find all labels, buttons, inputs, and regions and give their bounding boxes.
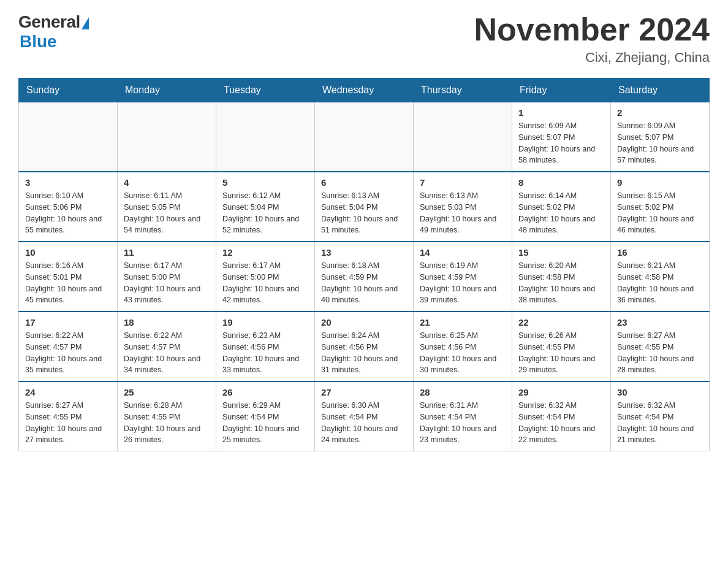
title-area: November 2024 Cixi, Zhejiang, China: [474, 12, 710, 66]
calendar-cell: 19Sunrise: 6:23 AMSunset: 4:56 PMDayligh…: [216, 312, 315, 381]
day-info: Sunrise: 6:26 AMSunset: 4:55 PMDaylight:…: [518, 330, 604, 376]
day-info: Sunrise: 6:17 AMSunset: 5:00 PMDaylight:…: [222, 260, 308, 306]
day-info: Sunrise: 6:13 AMSunset: 5:03 PMDaylight:…: [420, 190, 506, 236]
calendar-cell: 15Sunrise: 6:20 AMSunset: 4:58 PMDayligh…: [512, 242, 611, 312]
calendar-cell: 17Sunrise: 6:22 AMSunset: 4:57 PMDayligh…: [19, 312, 118, 381]
day-number: 17: [25, 317, 111, 327]
calendar-cell: [118, 102, 216, 172]
page-header: General Blue November 2024 Cixi, Zhejian…: [18, 12, 710, 66]
calendar-cell: 27Sunrise: 6:30 AMSunset: 4:54 PMDayligh…: [315, 381, 414, 451]
day-info: Sunrise: 6:27 AMSunset: 4:55 PMDaylight:…: [25, 400, 111, 446]
day-info: Sunrise: 6:12 AMSunset: 5:04 PMDaylight:…: [222, 190, 308, 236]
calendar-subtitle: Cixi, Zhejiang, China: [474, 50, 710, 66]
calendar-cell: 20Sunrise: 6:24 AMSunset: 4:56 PMDayligh…: [315, 312, 414, 381]
day-info: Sunrise: 6:28 AMSunset: 4:55 PMDaylight:…: [124, 400, 210, 446]
day-number: 21: [420, 317, 506, 327]
day-number: 28: [420, 387, 506, 397]
day-number: 8: [518, 177, 604, 188]
day-info: Sunrise: 6:31 AMSunset: 4:54 PMDaylight:…: [420, 400, 506, 446]
calendar-header: SundayMondayTuesdayWednesdayThursdayFrid…: [19, 79, 710, 102]
day-number: 12: [222, 247, 308, 258]
day-number: 27: [321, 387, 407, 397]
day-number: 10: [25, 247, 111, 258]
day-number: 3: [25, 177, 111, 188]
calendar-week-row: 24Sunrise: 6:27 AMSunset: 4:55 PMDayligh…: [19, 381, 710, 451]
day-info: Sunrise: 6:09 AMSunset: 5:07 PMDaylight:…: [518, 120, 604, 166]
weekday-header-saturday: Saturday: [611, 79, 710, 102]
calendar-cell: 25Sunrise: 6:28 AMSunset: 4:55 PMDayligh…: [118, 381, 216, 451]
day-number: 30: [617, 387, 703, 397]
calendar-cell: 5Sunrise: 6:12 AMSunset: 5:04 PMDaylight…: [216, 172, 315, 242]
logo: General Blue: [18, 12, 89, 52]
calendar-cell: 30Sunrise: 6:32 AMSunset: 4:54 PMDayligh…: [611, 381, 710, 451]
day-info: Sunrise: 6:27 AMSunset: 4:55 PMDaylight:…: [617, 330, 703, 376]
day-number: 1: [518, 107, 604, 118]
calendar-cell: 9Sunrise: 6:15 AMSunset: 5:02 PMDaylight…: [611, 172, 710, 242]
logo-blue-text: Blue: [20, 32, 57, 52]
day-info: Sunrise: 6:19 AMSunset: 4:59 PMDaylight:…: [420, 260, 506, 306]
calendar-cell: 3Sunrise: 6:10 AMSunset: 5:06 PMDaylight…: [19, 172, 118, 242]
day-number: 4: [124, 177, 210, 188]
day-number: 13: [321, 247, 407, 258]
calendar-cell: 10Sunrise: 6:16 AMSunset: 5:01 PMDayligh…: [19, 242, 118, 312]
day-info: Sunrise: 6:20 AMSunset: 4:58 PMDaylight:…: [518, 260, 604, 306]
day-info: Sunrise: 6:14 AMSunset: 5:02 PMDaylight:…: [518, 190, 604, 236]
weekday-header-row: SundayMondayTuesdayWednesdayThursdayFrid…: [19, 79, 710, 102]
day-info: Sunrise: 6:32 AMSunset: 4:54 PMDaylight:…: [617, 400, 703, 446]
calendar-week-row: 17Sunrise: 6:22 AMSunset: 4:57 PMDayligh…: [19, 312, 710, 381]
day-info: Sunrise: 6:22 AMSunset: 4:57 PMDaylight:…: [124, 330, 210, 376]
day-number: 23: [617, 317, 703, 327]
calendar-cell: [414, 102, 512, 172]
day-info: Sunrise: 6:11 AMSunset: 5:05 PMDaylight:…: [124, 190, 210, 236]
day-number: 6: [321, 177, 407, 188]
weekday-header-monday: Monday: [118, 79, 216, 102]
calendar-cell: 6Sunrise: 6:13 AMSunset: 5:04 PMDaylight…: [315, 172, 414, 242]
day-info: Sunrise: 6:09 AMSunset: 5:07 PMDaylight:…: [617, 120, 703, 166]
calendar-week-row: 3Sunrise: 6:10 AMSunset: 5:06 PMDaylight…: [19, 172, 710, 242]
day-info: Sunrise: 6:21 AMSunset: 4:58 PMDaylight:…: [617, 260, 703, 306]
calendar-cell: 26Sunrise: 6:29 AMSunset: 4:54 PMDayligh…: [216, 381, 315, 451]
calendar-cell: 16Sunrise: 6:21 AMSunset: 4:58 PMDayligh…: [611, 242, 710, 312]
day-number: 25: [124, 387, 210, 397]
weekday-header-sunday: Sunday: [19, 79, 118, 102]
calendar-cell: [19, 102, 118, 172]
day-info: Sunrise: 6:18 AMSunset: 4:59 PMDaylight:…: [321, 260, 407, 306]
calendar-cell: 18Sunrise: 6:22 AMSunset: 4:57 PMDayligh…: [118, 312, 216, 381]
weekday-header-wednesday: Wednesday: [315, 79, 414, 102]
day-info: Sunrise: 6:17 AMSunset: 5:00 PMDaylight:…: [124, 260, 210, 306]
day-info: Sunrise: 6:22 AMSunset: 4:57 PMDaylight:…: [25, 330, 111, 376]
day-info: Sunrise: 6:32 AMSunset: 4:54 PMDaylight:…: [518, 400, 604, 446]
day-number: 22: [518, 317, 604, 327]
calendar-cell: 21Sunrise: 6:25 AMSunset: 4:56 PMDayligh…: [414, 312, 512, 381]
day-number: 14: [420, 247, 506, 258]
day-number: 9: [617, 177, 703, 188]
day-info: Sunrise: 6:23 AMSunset: 4:56 PMDaylight:…: [222, 330, 308, 376]
day-number: 20: [321, 317, 407, 327]
calendar-cell: [315, 102, 414, 172]
day-number: 16: [617, 247, 703, 258]
calendar-cell: [216, 102, 315, 172]
day-info: Sunrise: 6:13 AMSunset: 5:04 PMDaylight:…: [321, 190, 407, 236]
day-number: 26: [222, 387, 308, 397]
calendar-cell: 12Sunrise: 6:17 AMSunset: 5:00 PMDayligh…: [216, 242, 315, 312]
day-number: 19: [222, 317, 308, 327]
calendar-cell: 2Sunrise: 6:09 AMSunset: 5:07 PMDaylight…: [611, 102, 710, 172]
calendar-cell: 13Sunrise: 6:18 AMSunset: 4:59 PMDayligh…: [315, 242, 414, 312]
day-number: 29: [518, 387, 604, 397]
calendar-title: November 2024: [474, 12, 710, 47]
day-info: Sunrise: 6:24 AMSunset: 4:56 PMDaylight:…: [321, 330, 407, 376]
day-number: 11: [124, 247, 210, 258]
day-number: 24: [25, 387, 111, 397]
calendar-cell: 1Sunrise: 6:09 AMSunset: 5:07 PMDaylight…: [512, 102, 611, 172]
calendar-cell: 8Sunrise: 6:14 AMSunset: 5:02 PMDaylight…: [512, 172, 611, 242]
logo-general-text: General: [18, 12, 80, 32]
weekday-header-friday: Friday: [512, 79, 611, 102]
weekday-header-tuesday: Tuesday: [216, 79, 315, 102]
day-info: Sunrise: 6:10 AMSunset: 5:06 PMDaylight:…: [25, 190, 111, 236]
calendar-cell: 28Sunrise: 6:31 AMSunset: 4:54 PMDayligh…: [414, 381, 512, 451]
calendar-table: SundayMondayTuesdayWednesdayThursdayFrid…: [18, 78, 710, 451]
day-info: Sunrise: 6:25 AMSunset: 4:56 PMDaylight:…: [420, 330, 506, 376]
day-info: Sunrise: 6:15 AMSunset: 5:02 PMDaylight:…: [617, 190, 703, 236]
day-number: 5: [222, 177, 308, 188]
day-number: 18: [124, 317, 210, 327]
